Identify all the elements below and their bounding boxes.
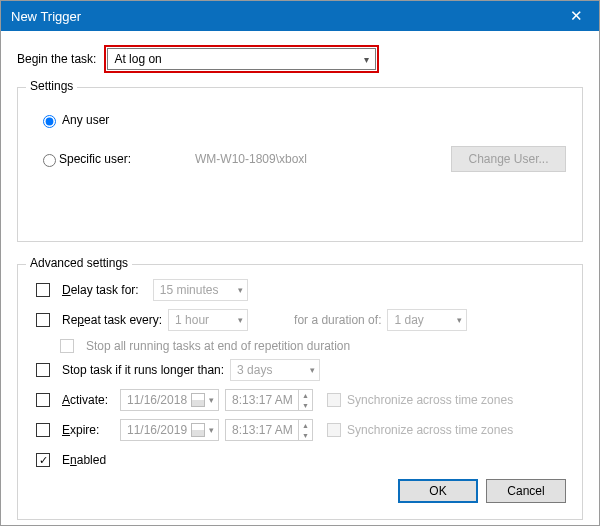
ok-label: OK xyxy=(429,484,446,498)
expire-time-picker[interactable]: 8:13:17 AM ▲▼ xyxy=(225,419,313,441)
advanced-group-label: Advanced settings xyxy=(26,256,132,270)
expire-label: Expire: xyxy=(62,423,114,437)
spinner-icon: ▲▼ xyxy=(298,390,312,410)
settings-group-label: Settings xyxy=(26,79,77,93)
repeat-task-row: Repeat task every: 1 hour ▾ for a durati… xyxy=(36,309,570,331)
begin-task-select[interactable]: At log on ▾ xyxy=(107,48,376,70)
repeat-task-checkbox[interactable] xyxy=(36,313,50,327)
specific-user-row: Specific user: WM-W10-1809\xboxl Change … xyxy=(38,146,570,172)
close-button[interactable]: ✕ xyxy=(553,1,599,31)
activate-sync-label: Synchronize across time zones xyxy=(347,393,513,407)
close-icon: ✕ xyxy=(570,7,583,25)
any-user-label: Any user xyxy=(62,113,109,127)
activate-checkbox[interactable] xyxy=(36,393,50,407)
expire-checkbox[interactable] xyxy=(36,423,50,437)
specific-user-value: WM-W10-1809\xboxl xyxy=(177,152,433,166)
cancel-label: Cancel xyxy=(507,484,544,498)
repeat-task-label: Repeat task every: xyxy=(62,313,162,327)
chevron-down-icon: ▾ xyxy=(209,395,214,405)
activate-time-value: 8:13:17 AM xyxy=(232,393,293,407)
activate-row: Activate: 11/16/2018 ▾ 8:13:17 AM ▲▼ Syn… xyxy=(36,389,570,411)
activate-time-picker[interactable]: 8:13:17 AM ▲▼ xyxy=(225,389,313,411)
duration-value: 1 day xyxy=(394,313,423,327)
begin-task-label: Begin the task: xyxy=(17,52,96,66)
stop-if-value: 3 days xyxy=(237,363,272,377)
change-user-label: Change User... xyxy=(468,152,548,166)
duration-select[interactable]: 1 day ▾ xyxy=(387,309,467,331)
enabled-row: ✓ Enabled xyxy=(36,449,570,471)
expire-sync-checkbox[interactable] xyxy=(327,423,341,437)
chevron-down-icon: ▾ xyxy=(457,315,462,325)
delay-task-value: 15 minutes xyxy=(160,283,219,297)
titlebar: New Trigger ✕ xyxy=(1,1,599,31)
calendar-icon xyxy=(191,393,205,407)
stop-if-select[interactable]: 3 days ▾ xyxy=(230,359,320,381)
enabled-label: Enabled xyxy=(62,453,106,467)
stop-if-row: Stop task if it runs longer than: 3 days… xyxy=(36,359,570,381)
repeat-task-select[interactable]: 1 hour ▾ xyxy=(168,309,248,331)
expire-sync-label: Synchronize across time zones xyxy=(347,423,513,437)
cancel-button[interactable]: Cancel xyxy=(486,479,566,503)
begin-task-value: At log on xyxy=(114,52,161,66)
any-user-radio[interactable] xyxy=(43,115,56,128)
enabled-checkbox[interactable]: ✓ xyxy=(36,453,50,467)
expire-row: Expire: 11/16/2019 ▾ 8:13:17 AM ▲▼ Synch… xyxy=(36,419,570,441)
delay-task-checkbox[interactable] xyxy=(36,283,50,297)
ok-button[interactable]: OK xyxy=(398,479,478,503)
activate-date-picker[interactable]: 11/16/2018 ▾ xyxy=(120,389,219,411)
stop-all-label: Stop all running tasks at end of repetit… xyxy=(86,339,350,353)
dialog-footer: OK Cancel xyxy=(30,479,570,507)
stop-if-checkbox[interactable] xyxy=(36,363,50,377)
any-user-row: Any user xyxy=(38,112,570,128)
specific-user-radio-wrap: Specific user: xyxy=(38,151,159,167)
delay-task-row: Delay task for: 15 minutes ▾ xyxy=(36,279,570,301)
duration-label: for a duration of: xyxy=(294,313,381,327)
chevron-down-icon: ▾ xyxy=(238,285,243,295)
change-user-button[interactable]: Change User... xyxy=(451,146,566,172)
stop-all-checkbox[interactable] xyxy=(60,339,74,353)
settings-group: Settings Any user Specific user: WM-W10-… xyxy=(17,87,583,242)
dialog-content: Begin the task: At log on ▾ Settings Any… xyxy=(1,31,599,526)
repeat-task-value: 1 hour xyxy=(175,313,209,327)
begin-task-highlight: At log on ▾ xyxy=(104,45,379,73)
calendar-icon xyxy=(191,423,205,437)
activate-sync-wrap: Synchronize across time zones xyxy=(327,393,513,407)
expire-date-picker[interactable]: 11/16/2019 ▾ xyxy=(120,419,219,441)
chevron-down-icon: ▾ xyxy=(310,365,315,375)
delay-task-select[interactable]: 15 minutes ▾ xyxy=(153,279,248,301)
chevron-down-icon: ▾ xyxy=(209,425,214,435)
spinner-icon: ▲▼ xyxy=(298,420,312,440)
stop-all-row: Stop all running tasks at end of repetit… xyxy=(60,339,570,353)
dialog-new-trigger: New Trigger ✕ Begin the task: At log on … xyxy=(0,0,600,526)
chevron-down-icon: ▾ xyxy=(364,54,369,65)
window-title: New Trigger xyxy=(11,9,553,24)
expire-sync-wrap: Synchronize across time zones xyxy=(327,423,513,437)
activate-sync-checkbox[interactable] xyxy=(327,393,341,407)
delay-task-label: Delay task for: xyxy=(62,283,139,297)
specific-user-label: Specific user: xyxy=(59,152,159,166)
activate-date-value: 11/16/2018 xyxy=(127,393,187,407)
specific-user-radio[interactable] xyxy=(43,154,56,167)
stop-if-label: Stop task if it runs longer than: xyxy=(62,363,224,377)
expire-time-value: 8:13:17 AM xyxy=(232,423,293,437)
chevron-down-icon: ▾ xyxy=(238,315,243,325)
activate-label: Activate: xyxy=(62,393,114,407)
advanced-settings-group: Advanced settings Delay task for: 15 min… xyxy=(17,264,583,520)
begin-task-row: Begin the task: At log on ▾ xyxy=(17,45,583,73)
expire-date-value: 11/16/2019 xyxy=(127,423,187,437)
